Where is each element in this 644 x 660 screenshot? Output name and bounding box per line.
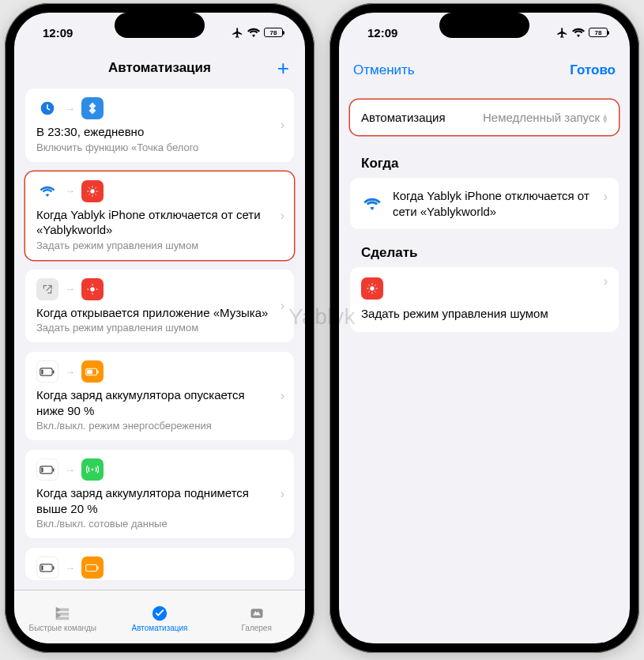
selector-value: Немедленный запуск — [483, 111, 600, 124]
add-button[interactable]: + — [277, 56, 289, 81]
card-title: Когда заряд аккумулятора опускается ниже… — [36, 387, 283, 418]
when-text: Когда Yablyk iPhone отключается от сети … — [393, 188, 594, 219]
automation-card-partial[interactable]: → — [25, 548, 294, 580]
chevron-icon: › — [604, 190, 608, 204]
battery-icon: 78 — [264, 28, 283, 37]
cellular-action-icon — [81, 458, 104, 481]
svg-rect-17 — [41, 369, 43, 374]
card-title: Когда Yablyk iPhone отключается от сети … — [36, 207, 283, 238]
updown-icon: ▴▾ — [603, 113, 608, 123]
noise-action-icon — [81, 278, 104, 300]
svg-line-38 — [375, 291, 375, 292]
automation-icon — [149, 605, 170, 622]
app-open-icon — [36, 278, 58, 300]
automation-list[interactable]: → В 23:30, ежедневно Включить функцию «Т… — [14, 84, 305, 590]
wifi-icon — [361, 193, 383, 215]
svg-point-10 — [90, 287, 94, 291]
airplane-icon — [232, 27, 243, 39]
svg-rect-28 — [86, 564, 97, 571]
svg-rect-20 — [87, 369, 92, 374]
noise-action-icon — [81, 180, 104, 202]
arrow-icon: → — [65, 366, 75, 378]
tab-automation[interactable]: Автоматизация — [111, 590, 209, 643]
phone-left: 12:09 78 Автоматизация + → — [5, 3, 314, 653]
chevron-icon: › — [281, 209, 284, 223]
svg-rect-29 — [97, 566, 98, 569]
svg-point-1 — [90, 189, 94, 193]
battery-trigger-icon — [36, 556, 58, 579]
battery-trigger-icon — [36, 458, 58, 481]
detail-content[interactable]: Автоматизация Немедленный запуск ▴▾ Когд… — [339, 89, 630, 643]
svg-line-8 — [89, 194, 89, 194]
chevron-icon: › — [281, 389, 284, 403]
tab-gallery[interactable]: Галерея — [208, 590, 305, 643]
chevron-icon: › — [281, 487, 284, 501]
card-subtitle: Вкл./выкл. режим энергосбережения — [36, 420, 283, 432]
arrow-icon: → — [65, 283, 75, 295]
lowpower-action-icon — [81, 556, 104, 579]
tab-shortcuts[interactable]: Быстрые команды — [14, 590, 111, 643]
automation-card-battery-high[interactable]: → Когда заряд аккумулятора поднимется вы… — [25, 450, 294, 538]
when-header: Когда — [339, 141, 630, 176]
automation-card-wifi[interactable]: → Когда Yablyk iPhone отключается от сет… — [25, 172, 294, 260]
svg-rect-27 — [41, 565, 43, 570]
arrow-icon: → — [65, 185, 75, 197]
svg-rect-16 — [53, 370, 55, 374]
card-title: Когда заряд аккумулятора поднимется выше… — [36, 485, 283, 516]
done-button[interactable]: Готово — [570, 62, 616, 78]
wifi-icon — [247, 28, 260, 37]
svg-line-7 — [95, 194, 96, 194]
status-time: 12:09 — [367, 26, 397, 40]
dynamic-island — [115, 13, 205, 38]
svg-line-39 — [368, 291, 369, 292]
cancel-button[interactable]: Отменить — [353, 62, 415, 78]
card-subtitle: Задать режим управления шумом — [36, 322, 283, 334]
card-title: В 23:30, ежедневно — [36, 124, 283, 140]
selector-label: Автоматизация — [361, 111, 446, 124]
status-time: 12:09 — [43, 26, 73, 40]
gallery-icon — [247, 605, 267, 622]
shortcuts-icon — [52, 605, 73, 622]
card-subtitle: Вкл./выкл. сотовые данные — [36, 518, 283, 530]
chevron-icon: › — [604, 274, 608, 289]
battery-icon: 78 — [589, 28, 608, 37]
arrow-icon: → — [65, 103, 75, 115]
tab-label: Галерея — [242, 624, 272, 632]
card-subtitle: Задать режим управления шумом — [36, 239, 283, 251]
svg-rect-26 — [53, 566, 55, 570]
nav-header: Автоматизация + — [14, 52, 305, 84]
dynamic-island — [439, 13, 529, 38]
svg-line-37 — [368, 285, 369, 285]
clock-icon — [36, 97, 58, 119]
battery-trigger-icon — [36, 360, 58, 383]
noise-action-icon — [361, 277, 383, 300]
wifi-icon — [572, 28, 585, 37]
run-mode-selector[interactable]: Автоматизация Немедленный запуск ▴▾ — [350, 100, 619, 135]
svg-line-40 — [375, 285, 375, 285]
svg-point-24 — [92, 469, 94, 471]
automation-card-time[interactable]: → В 23:30, ежедневно Включить функцию «Т… — [25, 89, 294, 162]
do-row[interactable]: › Задать режим управления шумом — [350, 267, 619, 332]
tab-bar: Быстрые команды Автоматизация Галерея — [14, 590, 305, 643]
wifi-trigger-icon — [36, 180, 58, 202]
chevron-icon: › — [281, 118, 284, 132]
svg-rect-19 — [97, 370, 98, 373]
page-title: Автоматизация — [108, 60, 211, 76]
svg-line-9 — [95, 187, 96, 188]
automation-card-battery-low[interactable]: → Когда заряд аккумулятора опускается ни… — [25, 352, 294, 440]
phone-right: 12:09 78 Отменить Готово Автоматизация Н… — [330, 3, 639, 653]
svg-point-32 — [370, 286, 374, 290]
when-row[interactable]: Когда Yablyk iPhone отключается от сети … — [350, 178, 619, 229]
tab-label: Быстрые команды — [29, 624, 96, 632]
svg-rect-22 — [53, 468, 55, 472]
svg-line-6 — [89, 187, 89, 188]
modal-header: Отменить Готово — [339, 52, 630, 89]
card-title: Когда открывается приложение «Музыка» — [36, 305, 283, 321]
airplane-icon — [556, 27, 568, 39]
tab-label: Автоматизация — [131, 624, 187, 632]
svg-rect-23 — [41, 467, 43, 472]
automation-card-app[interactable]: → Когда открывается приложение «Музыка» … — [25, 270, 294, 343]
arrow-icon: → — [65, 562, 75, 574]
shortcuts-app-icon — [81, 97, 104, 119]
card-subtitle: Включить функцию «Точка белого — [36, 141, 283, 153]
